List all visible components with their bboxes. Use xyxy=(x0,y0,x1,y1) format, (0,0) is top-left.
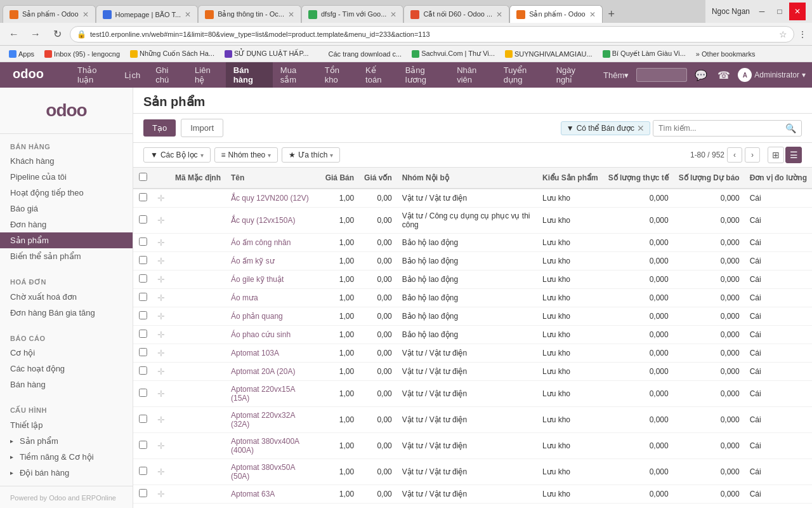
row-checkbox[interactable] xyxy=(139,274,147,283)
row-checkbox-cell[interactable] xyxy=(133,344,152,363)
row-checkbox[interactable] xyxy=(139,389,147,397)
topnav-item-nhanvien[interactable]: Nhân viên xyxy=(449,62,496,88)
row-name[interactable]: Áo ấm công nhân xyxy=(226,234,320,252)
filter-remove-button[interactable]: ✕ xyxy=(637,123,645,133)
row-checkbox[interactable] xyxy=(139,366,147,375)
th-type[interactable]: Kiểu Sản phẩm xyxy=(537,168,603,189)
th-code[interactable]: Mã Mặc định xyxy=(170,168,226,189)
row-checkbox-cell[interactable] xyxy=(133,433,152,459)
row-checkbox-cell[interactable] xyxy=(133,271,152,289)
th-uom[interactable]: Đơn vị đo lường xyxy=(745,168,812,189)
drag-handle-icon[interactable]: ✛ xyxy=(157,311,165,321)
list-view-button[interactable]: ☰ xyxy=(785,147,802,163)
row-checkbox-cell[interactable] xyxy=(133,485,152,504)
row-name[interactable]: Áo phao cứu sinh xyxy=(226,326,320,344)
bookmark-star-icon[interactable]: ☆ xyxy=(779,29,787,39)
refresh-button[interactable]: ↻ xyxy=(48,25,66,43)
select-all-checkbox[interactable] xyxy=(139,173,147,181)
sidebar-item-doibanhang[interactable]: ▸Đội bán hàng xyxy=(0,465,133,481)
sidebar-item-cachoatdong[interactable]: Các hoạt động xyxy=(0,361,133,377)
th-cost-price[interactable]: Giá vốn xyxy=(359,168,397,189)
sidebar-item-banhang-report[interactable]: Bán hàng xyxy=(0,377,133,392)
select-all-header[interactable] xyxy=(133,168,152,189)
th-sale-price[interactable]: Giá Bán xyxy=(320,168,359,189)
row-checkbox[interactable] xyxy=(139,311,147,319)
row-checkbox-cell[interactable] xyxy=(133,363,152,381)
row-name[interactable]: Aptomat 20A (20A) xyxy=(226,363,320,381)
row-checkbox[interactable] xyxy=(139,415,147,423)
topnav-search-input[interactable] xyxy=(636,68,687,82)
topnav-discuss-icon[interactable]: ☎ xyxy=(715,69,733,81)
row-name[interactable]: Aptomat 380vx400A (400A) xyxy=(226,433,320,459)
row-checkbox[interactable] xyxy=(139,215,147,224)
search-button[interactable]: 🔍 xyxy=(780,121,801,136)
tab-close-0[interactable]: ✕ xyxy=(82,10,89,19)
bookmark-luat[interactable]: SỬ DỤNG LUẬT HẤP... xyxy=(221,48,313,59)
row-name[interactable]: Áo ấm kỹ sư xyxy=(226,252,320,271)
bookmark-download[interactable]: Các trang download c... xyxy=(315,49,406,59)
drag-handle-icon[interactable]: ✛ xyxy=(157,293,165,303)
row-checkbox-cell[interactable] xyxy=(133,289,152,307)
sidebar-item-donhang[interactable]: Đơn hàng xyxy=(0,217,133,232)
bookmark-suyng[interactable]: SUYNGHIVALAMGIAU... xyxy=(501,49,596,59)
topnav-item-lienhe[interactable]: Liên hệ xyxy=(187,62,226,88)
topnav-item-banhang[interactable]: Bán hàng xyxy=(226,62,273,88)
row-name[interactable]: Aptomat 380vx50A (50A) xyxy=(226,459,320,485)
forward-button[interactable]: → xyxy=(27,25,44,43)
row-checkbox[interactable] xyxy=(139,237,147,246)
browser-tab-5[interactable]: Sản phẩm - Odoo ✕ xyxy=(509,5,603,23)
row-checkbox[interactable] xyxy=(139,348,147,356)
browser-tab-2[interactable]: Bảng thông tin - Oc... ✕ xyxy=(198,5,301,23)
row-name[interactable]: Aptomat 103A xyxy=(226,344,320,363)
sidebar-item-cohoi[interactable]: Cơ hội xyxy=(0,345,133,361)
sidebar-item-hoatdong[interactable]: Hoạt động tiếp theo xyxy=(0,185,133,201)
row-checkbox-cell[interactable] xyxy=(133,326,152,344)
row-checkbox[interactable] xyxy=(139,441,147,449)
topnav-item-ghichu[interactable]: Ghi chú xyxy=(148,62,187,88)
sidebar-item-tiemnang[interactable]: ▸Tiềm năng & Cơ hội xyxy=(0,449,133,465)
tab-close-4[interactable]: ✕ xyxy=(496,10,502,19)
th-actual-qty[interactable]: Số lượng thực tế xyxy=(603,168,674,189)
drag-handle-icon[interactable]: ✛ xyxy=(157,441,165,451)
back-button[interactable]: ← xyxy=(5,25,23,43)
tab-close-2[interactable]: ✕ xyxy=(288,10,294,19)
minimize-button[interactable]: ─ xyxy=(754,3,770,20)
browser-tab-4[interactable]: Cắt nối D60 - Odoo ... ✕ xyxy=(403,5,509,23)
topnav-item-ngaynghi[interactable]: Ngày nghỉ xyxy=(549,62,596,88)
row-checkbox-cell[interactable] xyxy=(133,252,152,271)
import-button[interactable]: Import xyxy=(181,119,223,137)
row-checkbox-cell[interactable] xyxy=(133,208,152,234)
drag-handle-icon[interactable]: ✛ xyxy=(157,237,165,248)
row-name[interactable]: Áo gile kỹ thuật xyxy=(226,271,320,289)
row-checkbox-cell[interactable] xyxy=(133,234,152,252)
sidebar-item-sanpham-config[interactable]: ▸Sản phẩm xyxy=(0,433,133,449)
tab-close-1[interactable]: ✕ xyxy=(185,10,191,19)
new-tab-button[interactable]: + xyxy=(603,5,620,23)
filters-dropdown[interactable]: ▼ Các Bộ lọc ▾ xyxy=(143,147,211,163)
topnav-item-lich[interactable]: Lịch xyxy=(117,62,148,88)
row-checkbox[interactable] xyxy=(139,467,147,475)
row-checkbox[interactable] xyxy=(139,193,147,201)
drag-handle-icon[interactable]: ✛ xyxy=(157,256,165,266)
sidebar-item-donhanggiatang[interactable]: Đơn hàng Bán gia tăng xyxy=(0,305,133,321)
topnav-item-ketoan[interactable]: Kế toán xyxy=(358,62,398,88)
row-checkbox[interactable] xyxy=(139,330,147,338)
prev-page-button[interactable]: ‹ xyxy=(727,147,742,163)
groupby-dropdown[interactable]: ≡ Nhóm theo ▾ xyxy=(214,147,278,163)
browser-tab-0[interactable]: Sản phẩm - Odoo ✕ xyxy=(3,5,96,23)
sidebar-item-pipeline[interactable]: Pipeline của tôi xyxy=(0,169,133,185)
th-group[interactable]: Nhóm Nội bộ xyxy=(397,168,537,189)
row-name[interactable]: Ắc quy 12VN200 (12V) xyxy=(226,189,320,208)
favorites-dropdown[interactable]: ★ Ưa thích ▾ xyxy=(282,147,340,163)
topnav-user[interactable]: A Administrator ▾ xyxy=(738,68,806,82)
kanban-view-button[interactable]: ⊞ xyxy=(768,147,784,163)
drag-handle-icon[interactable]: ✛ xyxy=(157,467,165,477)
row-checkbox-cell[interactable] xyxy=(133,381,152,407)
row-checkbox-cell[interactable] xyxy=(133,307,152,326)
drag-handle-icon[interactable]: ✛ xyxy=(157,489,165,499)
bookmark-other[interactable]: » Other bookmarks xyxy=(692,49,759,59)
tab-close-3[interactable]: ✕ xyxy=(390,10,396,19)
sidebar-item-baogia[interactable]: Báo giá xyxy=(0,201,133,217)
row-checkbox[interactable] xyxy=(139,256,147,264)
bookmark-sach[interactable]: Những Cuốn Sách Ha... xyxy=(126,48,218,59)
